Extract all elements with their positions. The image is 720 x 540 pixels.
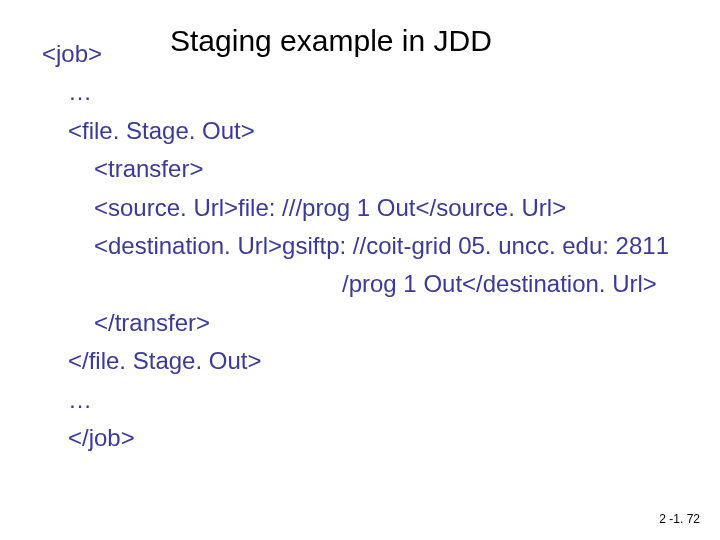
code-line: … <box>42 73 669 111</box>
code-line: /prog 1 Out</destination. Url> <box>42 265 669 303</box>
slide: Staging example in JDD <job> … <file. St… <box>0 0 720 540</box>
code-line: </job> <box>42 419 669 457</box>
slide-number: 2 -1. 72 <box>659 512 700 526</box>
code-line: <file. Stage. Out> <box>42 112 669 150</box>
code-line: <transfer> <box>42 150 669 188</box>
code-block: <job> … <file. Stage. Out> <transfer> <s… <box>42 35 669 457</box>
code-line: <job> <box>42 35 669 73</box>
code-line: <source. Url>file: ///prog 1 Out</source… <box>42 189 669 227</box>
code-line: </transfer> <box>42 304 669 342</box>
code-line: … <box>42 381 669 419</box>
code-line: </file. Stage. Out> <box>42 342 669 380</box>
code-line: <destination. Url>gsiftp: //coit-grid 05… <box>42 227 669 265</box>
